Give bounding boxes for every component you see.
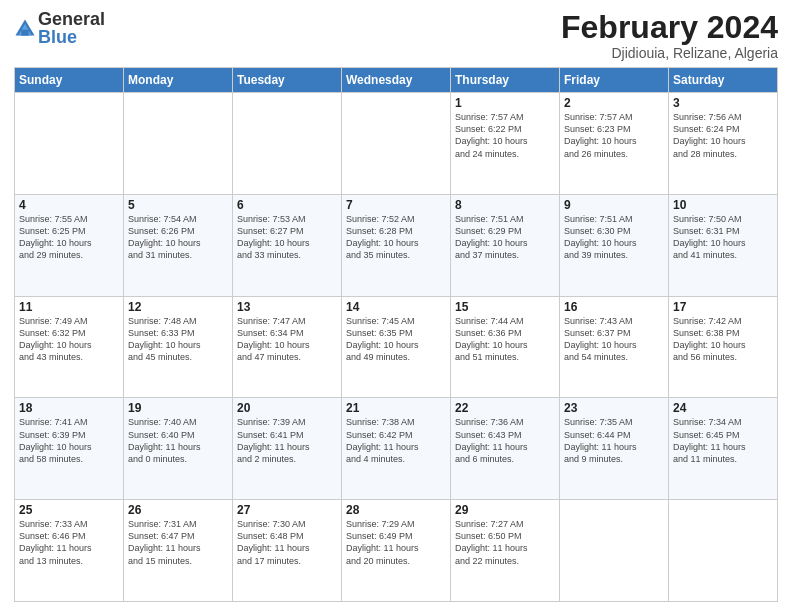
day-detail: Sunrise: 7:51 AM Sunset: 6:29 PM Dayligh… — [455, 213, 555, 262]
col-monday: Monday — [124, 68, 233, 93]
day-detail: Sunrise: 7:57 AM Sunset: 6:23 PM Dayligh… — [564, 111, 664, 160]
calendar-cell: 1Sunrise: 7:57 AM Sunset: 6:22 PM Daylig… — [451, 93, 560, 195]
day-number: 18 — [19, 401, 119, 415]
calendar-cell — [560, 500, 669, 602]
day-number: 1 — [455, 96, 555, 110]
calendar-cell: 26Sunrise: 7:31 AM Sunset: 6:47 PM Dayli… — [124, 500, 233, 602]
calendar-table: Sunday Monday Tuesday Wednesday Thursday… — [14, 67, 778, 602]
day-number: 16 — [564, 300, 664, 314]
day-detail: Sunrise: 7:29 AM Sunset: 6:49 PM Dayligh… — [346, 518, 446, 567]
day-detail: Sunrise: 7:34 AM Sunset: 6:45 PM Dayligh… — [673, 416, 773, 465]
day-number: 15 — [455, 300, 555, 314]
day-number: 25 — [19, 503, 119, 517]
logo-general: General — [38, 10, 105, 28]
day-detail: Sunrise: 7:55 AM Sunset: 6:25 PM Dayligh… — [19, 213, 119, 262]
day-detail: Sunrise: 7:36 AM Sunset: 6:43 PM Dayligh… — [455, 416, 555, 465]
day-number: 21 — [346, 401, 446, 415]
calendar-cell: 4Sunrise: 7:55 AM Sunset: 6:25 PM Daylig… — [15, 194, 124, 296]
calendar-cell: 14Sunrise: 7:45 AM Sunset: 6:35 PM Dayli… — [342, 296, 451, 398]
month-title: February 2024 — [561, 10, 778, 45]
day-number: 9 — [564, 198, 664, 212]
col-wednesday: Wednesday — [342, 68, 451, 93]
calendar-cell: 10Sunrise: 7:50 AM Sunset: 6:31 PM Dayli… — [669, 194, 778, 296]
day-number: 11 — [19, 300, 119, 314]
calendar-cell — [233, 93, 342, 195]
day-detail: Sunrise: 7:48 AM Sunset: 6:33 PM Dayligh… — [128, 315, 228, 364]
day-detail: Sunrise: 7:30 AM Sunset: 6:48 PM Dayligh… — [237, 518, 337, 567]
day-number: 7 — [346, 198, 446, 212]
calendar-cell: 7Sunrise: 7:52 AM Sunset: 6:28 PM Daylig… — [342, 194, 451, 296]
day-detail: Sunrise: 7:31 AM Sunset: 6:47 PM Dayligh… — [128, 518, 228, 567]
day-number: 28 — [346, 503, 446, 517]
calendar-cell — [15, 93, 124, 195]
calendar-cell: 17Sunrise: 7:42 AM Sunset: 6:38 PM Dayli… — [669, 296, 778, 398]
day-detail: Sunrise: 7:53 AM Sunset: 6:27 PM Dayligh… — [237, 213, 337, 262]
logo-text: General Blue — [38, 10, 105, 46]
day-number: 17 — [673, 300, 773, 314]
calendar-cell: 28Sunrise: 7:29 AM Sunset: 6:49 PM Dayli… — [342, 500, 451, 602]
col-friday: Friday — [560, 68, 669, 93]
day-number: 27 — [237, 503, 337, 517]
day-detail: Sunrise: 7:27 AM Sunset: 6:50 PM Dayligh… — [455, 518, 555, 567]
logo-blue: Blue — [38, 28, 105, 46]
day-detail: Sunrise: 7:38 AM Sunset: 6:42 PM Dayligh… — [346, 416, 446, 465]
calendar-cell: 22Sunrise: 7:36 AM Sunset: 6:43 PM Dayli… — [451, 398, 560, 500]
day-detail: Sunrise: 7:42 AM Sunset: 6:38 PM Dayligh… — [673, 315, 773, 364]
day-detail: Sunrise: 7:40 AM Sunset: 6:40 PM Dayligh… — [128, 416, 228, 465]
calendar-cell: 2Sunrise: 7:57 AM Sunset: 6:23 PM Daylig… — [560, 93, 669, 195]
day-number: 20 — [237, 401, 337, 415]
day-detail: Sunrise: 7:49 AM Sunset: 6:32 PM Dayligh… — [19, 315, 119, 364]
col-tuesday: Tuesday — [233, 68, 342, 93]
day-detail: Sunrise: 7:44 AM Sunset: 6:36 PM Dayligh… — [455, 315, 555, 364]
calendar-cell: 3Sunrise: 7:56 AM Sunset: 6:24 PM Daylig… — [669, 93, 778, 195]
calendar-cell: 21Sunrise: 7:38 AM Sunset: 6:42 PM Dayli… — [342, 398, 451, 500]
day-detail: Sunrise: 7:50 AM Sunset: 6:31 PM Dayligh… — [673, 213, 773, 262]
calendar-cell: 20Sunrise: 7:39 AM Sunset: 6:41 PM Dayli… — [233, 398, 342, 500]
logo: General Blue — [14, 10, 105, 46]
day-number: 19 — [128, 401, 228, 415]
calendar-week-1: 4Sunrise: 7:55 AM Sunset: 6:25 PM Daylig… — [15, 194, 778, 296]
header: General Blue February 2024 Djidiouia, Re… — [14, 10, 778, 61]
day-detail: Sunrise: 7:54 AM Sunset: 6:26 PM Dayligh… — [128, 213, 228, 262]
calendar-cell: 12Sunrise: 7:48 AM Sunset: 6:33 PM Dayli… — [124, 296, 233, 398]
calendar-cell: 9Sunrise: 7:51 AM Sunset: 6:30 PM Daylig… — [560, 194, 669, 296]
calendar-cell: 29Sunrise: 7:27 AM Sunset: 6:50 PM Dayli… — [451, 500, 560, 602]
calendar-cell: 27Sunrise: 7:30 AM Sunset: 6:48 PM Dayli… — [233, 500, 342, 602]
day-detail: Sunrise: 7:51 AM Sunset: 6:30 PM Dayligh… — [564, 213, 664, 262]
col-thursday: Thursday — [451, 68, 560, 93]
calendar-cell: 13Sunrise: 7:47 AM Sunset: 6:34 PM Dayli… — [233, 296, 342, 398]
day-number: 13 — [237, 300, 337, 314]
calendar-cell: 5Sunrise: 7:54 AM Sunset: 6:26 PM Daylig… — [124, 194, 233, 296]
day-number: 29 — [455, 503, 555, 517]
calendar-cell: 6Sunrise: 7:53 AM Sunset: 6:27 PM Daylig… — [233, 194, 342, 296]
day-detail: Sunrise: 7:39 AM Sunset: 6:41 PM Dayligh… — [237, 416, 337, 465]
day-detail: Sunrise: 7:52 AM Sunset: 6:28 PM Dayligh… — [346, 213, 446, 262]
day-detail: Sunrise: 7:56 AM Sunset: 6:24 PM Dayligh… — [673, 111, 773, 160]
day-detail: Sunrise: 7:45 AM Sunset: 6:35 PM Dayligh… — [346, 315, 446, 364]
calendar-header-row: Sunday Monday Tuesday Wednesday Thursday… — [15, 68, 778, 93]
calendar-cell: 16Sunrise: 7:43 AM Sunset: 6:37 PM Dayli… — [560, 296, 669, 398]
logo-icon — [14, 18, 36, 40]
calendar-cell — [342, 93, 451, 195]
calendar-cell: 18Sunrise: 7:41 AM Sunset: 6:39 PM Dayli… — [15, 398, 124, 500]
day-number: 8 — [455, 198, 555, 212]
calendar-cell — [669, 500, 778, 602]
day-detail: Sunrise: 7:33 AM Sunset: 6:46 PM Dayligh… — [19, 518, 119, 567]
day-number: 12 — [128, 300, 228, 314]
location: Djidiouia, Relizane, Algeria — [561, 45, 778, 61]
calendar-cell: 23Sunrise: 7:35 AM Sunset: 6:44 PM Dayli… — [560, 398, 669, 500]
day-detail: Sunrise: 7:43 AM Sunset: 6:37 PM Dayligh… — [564, 315, 664, 364]
day-number: 14 — [346, 300, 446, 314]
calendar-cell: 25Sunrise: 7:33 AM Sunset: 6:46 PM Dayli… — [15, 500, 124, 602]
calendar-cell: 8Sunrise: 7:51 AM Sunset: 6:29 PM Daylig… — [451, 194, 560, 296]
day-number: 22 — [455, 401, 555, 415]
day-number: 4 — [19, 198, 119, 212]
day-number: 23 — [564, 401, 664, 415]
calendar-cell: 19Sunrise: 7:40 AM Sunset: 6:40 PM Dayli… — [124, 398, 233, 500]
calendar-cell: 24Sunrise: 7:34 AM Sunset: 6:45 PM Dayli… — [669, 398, 778, 500]
day-detail: Sunrise: 7:35 AM Sunset: 6:44 PM Dayligh… — [564, 416, 664, 465]
page: General Blue February 2024 Djidiouia, Re… — [0, 0, 792, 612]
day-detail: Sunrise: 7:41 AM Sunset: 6:39 PM Dayligh… — [19, 416, 119, 465]
calendar-week-3: 18Sunrise: 7:41 AM Sunset: 6:39 PM Dayli… — [15, 398, 778, 500]
day-number: 24 — [673, 401, 773, 415]
